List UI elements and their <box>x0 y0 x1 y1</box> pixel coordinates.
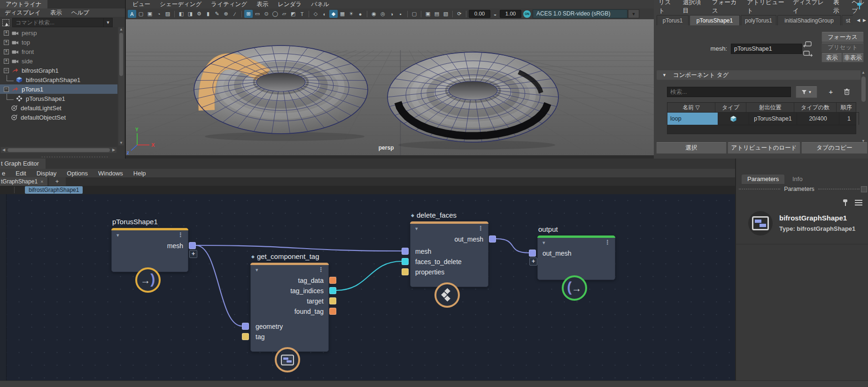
pane-zoom-icon[interactable]: ▧ <box>442 10 450 18</box>
attr-tab-pTorus1[interactable]: pTorus1 <box>657 15 689 25</box>
resolution-gate-icon[interactable]: ⊙ <box>262 10 271 18</box>
layered-texture-icon[interactable]: ▤ <box>433 10 441 18</box>
menu-display[interactable]: ディスプレイ <box>5 9 41 17</box>
menu-attributes[interactable]: アトリビュート <box>747 0 785 15</box>
menu-selected[interactable]: 選択項目 <box>683 0 704 15</box>
menu-edit[interactable]: Edit <box>16 170 26 177</box>
expander-icon[interactable]: + <box>4 40 9 45</box>
menu-show[interactable]: 表示 <box>833 0 844 15</box>
close-tab-icon[interactable]: × <box>40 177 43 186</box>
node-menu-icon[interactable]: ⋮ <box>478 225 484 232</box>
node-pTorusShape1[interactable]: ▾⋮mesh <box>111 228 188 272</box>
table-row[interactable]: looppTorusShape120/4001 <box>667 112 856 125</box>
pie-mask-icon[interactable]: ◔ <box>155 10 163 18</box>
add-tag-button[interactable]: + <box>825 87 837 97</box>
collapse-panel-button[interactable] <box>861 186 867 192</box>
grid-icon[interactable]: ⊞ <box>244 10 253 18</box>
shaded-cube-icon[interactable]: ◆ <box>329 10 338 18</box>
collapse-node-icon[interactable]: ▾ <box>116 233 119 238</box>
pencil-icon[interactable]: ∕ <box>231 10 239 18</box>
menu-show[interactable]: 表示 <box>256 0 268 8</box>
refresh-icon[interactable]: ⟳ <box>455 10 464 18</box>
safe-area-icon[interactable]: ▱ <box>280 10 288 18</box>
menu-lighting[interactable]: ライティング <box>211 0 247 8</box>
attr-tab-polyTorus1[interactable]: polyTorus1 <box>741 15 776 25</box>
node-delete_faces[interactable]: ▾⋮out_meshmeshfaces_to_deleteproperties <box>410 221 488 287</box>
add-port-button-output[interactable]: + <box>529 258 537 266</box>
load-attributes-button[interactable]: アトリビュートのロード <box>728 142 800 154</box>
collapse-node-icon[interactable]: ▾ <box>256 267 258 273</box>
antialias-icon[interactable]: ◑ <box>388 10 396 18</box>
collapse-node-icon[interactable]: ▾ <box>415 226 418 231</box>
show-button[interactable]: 表示 <box>822 53 842 62</box>
camera-icon[interactable]: ◧ <box>177 10 186 18</box>
expander-icon[interactable]: + <box>4 59 9 64</box>
focus-button[interactable]: フォーカス <box>822 32 864 42</box>
bookmark-icon[interactable]: ▮ <box>204 10 212 18</box>
menu-show[interactable]: 表示 <box>50 9 62 17</box>
motion-blur-icon[interactable]: ◎ <box>379 10 387 18</box>
input-port-output-out_mesh[interactable] <box>529 250 536 257</box>
mesh-name-field[interactable] <box>731 44 802 54</box>
move-tool-icon[interactable]: ⊕ <box>222 10 230 18</box>
shadows-icon[interactable]: ● <box>356 10 364 18</box>
attr-tab-pTorusShape1[interactable]: pTorusShape1 <box>690 15 740 25</box>
input-port-delete_faces-faces_to_delete[interactable] <box>402 258 409 265</box>
column-header-1[interactable]: タイプ <box>715 103 746 112</box>
menu-display[interactable]: ディスプレイ <box>793 0 825 15</box>
exposure-field[interactable]: 0.00 <box>469 10 490 18</box>
colorspace-dropdown-arrow[interactable]: ▼ <box>628 9 639 18</box>
outliner-item-defaultObjectSet[interactable]: defaultObjectSet <box>0 113 117 122</box>
snapshot-icon[interactable]: ▣ <box>424 10 432 18</box>
breadcrumb[interactable]: bifrostGraphShape1 <box>25 186 83 194</box>
output-port-get_component_tag-tag_indices[interactable] <box>329 287 336 294</box>
outliner-item-pTorus1[interactable]: −pTorus1 <box>0 84 117 94</box>
outliner-item-side[interactable]: +side <box>0 56 117 66</box>
delete-tag-icon[interactable] <box>844 88 850 97</box>
outliner-item-bifrostGraph1[interactable]: −bifrostGraph1 <box>0 66 117 75</box>
column-header-3[interactable]: タイプの数 <box>794 103 837 112</box>
expander-icon[interactable]: + <box>4 30 9 36</box>
gate-mask-icon[interactable]: ◯ <box>271 10 279 18</box>
ao-icon[interactable]: ◉ <box>370 10 378 18</box>
tab-info[interactable]: Info <box>787 175 808 184</box>
panel-resize-handle[interactable]: ··························· <box>41 154 109 159</box>
menu-options[interactable]: Options <box>67 170 88 177</box>
swap-input-icon[interactable] <box>803 40 814 49</box>
menu-panels[interactable]: パネル <box>311 0 329 8</box>
input-port-delete_faces-mesh[interactable] <box>402 248 409 255</box>
menu-shading[interactable]: シェーディング <box>160 0 202 8</box>
viewport-3d-canvas[interactable]: XYzpersp <box>126 19 654 155</box>
isolate-icon[interactable]: ▪ <box>396 10 405 18</box>
film-gate-icon[interactable]: ▭ <box>253 10 262 18</box>
menu-windows[interactable]: Windows <box>98 170 123 177</box>
outliner-vscrollbar[interactable]: ▲ ▼ <box>118 27 124 145</box>
expander-icon[interactable]: + <box>4 49 9 54</box>
menu-hamburger-icon[interactable] <box>855 200 862 205</box>
input-port-get_component_tag-tag[interactable] <box>242 333 249 340</box>
menu-help[interactable]: ヘルプ <box>71 9 89 17</box>
command-search-input[interactable] <box>12 18 104 27</box>
camera-gear-icon[interactable]: ⚙ <box>195 10 203 18</box>
expander-icon[interactable]: − <box>4 87 9 92</box>
column-header-0[interactable]: 名前 ▽ <box>667 103 715 112</box>
node-menu-icon[interactable]: ⋮ <box>178 232 184 238</box>
outliner-hscrollbar[interactable]: ◀ ▶ <box>1 147 116 153</box>
output-port-delete_faces-out_mesh[interactable] <box>489 235 496 243</box>
hud-icon[interactable]: T <box>298 10 306 18</box>
column-header-2[interactable]: 射出位置 <box>746 103 794 112</box>
column-header-4[interactable]: 順序 <box>837 103 856 112</box>
render-layer-icon[interactable]: ▨ <box>163 10 172 18</box>
edge-delete_faces.out_mesh-to-output.out_mesh[interactable] <box>496 239 529 253</box>
tab-scroll-arrows[interactable]: ◀▶ <box>857 18 866 23</box>
collapse-node-icon[interactable]: ▾ <box>542 240 545 245</box>
copy-tab-button[interactable]: タブのコピー <box>801 142 868 154</box>
attr-tab-st[interactable]: st <box>842 15 853 25</box>
outliner-item-pTorusShape1[interactable]: pTorusShape1 <box>0 94 117 103</box>
menu-view[interactable]: ビュー <box>132 0 150 8</box>
edge-pTorusShape1.mesh-to-get_component_tag.geometry[interactable] <box>196 245 242 326</box>
presets-button[interactable]: プリセット <box>822 43 864 53</box>
outliner-item-defaultLightSet[interactable]: defaultLightSet <box>0 103 117 113</box>
menu-help[interactable]: Help <box>133 170 146 177</box>
image-plane-icon[interactable]: ◩ <box>289 10 297 18</box>
